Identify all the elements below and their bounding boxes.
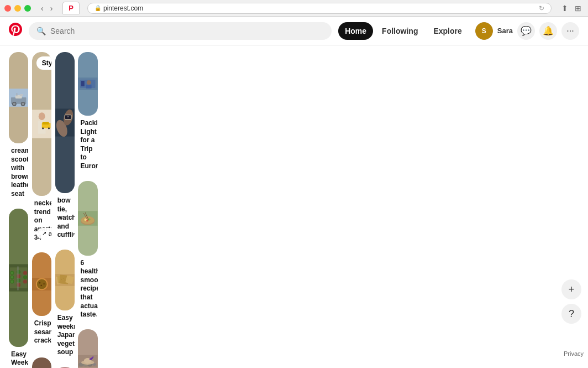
nav-explore[interactable]: Explore xyxy=(427,22,468,40)
tab-favicon: P xyxy=(69,4,74,12)
svg-point-15 xyxy=(11,276,14,278)
pin-japanese-soup[interactable]: 6 healthy smoothie recipes that actually… xyxy=(78,181,97,320)
pin-veggie-label: Easy Weeknight Pizza Recipes (and they'r… xyxy=(9,347,28,368)
svg-rect-76 xyxy=(81,81,85,86)
svg-point-62 xyxy=(63,278,64,279)
lock-icon: 🔒 xyxy=(95,5,101,11)
svg-point-53 xyxy=(66,116,69,118)
source-badge: ↗ apartment34.com xyxy=(36,228,51,239)
column-1: cream scooter with brown leather seat xyxy=(9,52,28,368)
svg-rect-75 xyxy=(86,85,92,89)
svg-point-63 xyxy=(65,280,65,281)
browser-chrome: ‹ › P 🔒 pinterest.com ↻ ⬆ ⊞ xyxy=(0,0,588,17)
pin-crackers[interactable]: Easy weeknight Japanese vegetable soup xyxy=(55,250,75,358)
svg-rect-25 xyxy=(18,266,19,290)
search-input[interactable] xyxy=(50,27,324,35)
svg-point-35 xyxy=(42,127,44,129)
svg-point-24 xyxy=(23,279,27,283)
pin-crackers-label: Easy weeknight Japanese vegetable soup xyxy=(55,310,75,358)
svg-point-43 xyxy=(37,279,47,289)
forward-button[interactable]: › xyxy=(48,3,55,14)
pinterest-header: 🔍 Home Following Explore S Sara 💬 🔔 ··· xyxy=(0,17,588,45)
expand-button[interactable]: ⊞ xyxy=(573,3,584,14)
main-content: cream scooter with brown leather seat xyxy=(0,45,588,368)
svg-point-13 xyxy=(11,271,14,274)
nav-arrows: ‹ › xyxy=(39,3,55,14)
pin-neckerchief[interactable]: Style ▾ Save ↗ apartment34.com neckerchi… xyxy=(32,52,51,243)
svg-point-74 xyxy=(87,80,91,85)
pin-overlay: Style ▾ Save xyxy=(32,56,51,70)
svg-point-61 xyxy=(61,279,62,280)
column-4: Packing Light for a Trip to Europe xyxy=(78,52,97,368)
user-name: Sara xyxy=(497,27,513,35)
svg-point-19 xyxy=(17,274,20,278)
avatar[interactable]: S xyxy=(475,22,493,40)
svg-point-31 xyxy=(39,112,45,120)
pin-pizza[interactable]: Crispy sesame crackers xyxy=(32,252,51,349)
svg-point-36 xyxy=(48,127,50,129)
svg-point-20 xyxy=(17,278,20,282)
svg-point-17 xyxy=(11,280,14,283)
pin-pizza-sub xyxy=(32,346,51,349)
svg-rect-9 xyxy=(9,89,28,106)
address-bar[interactable]: 🔒 pinterest.com ↻ xyxy=(87,3,552,14)
pin-scooter-label: cream scooter with brown leather seat xyxy=(9,143,28,200)
nav-links: Home Following Explore xyxy=(338,22,469,40)
right-buttons: + ? xyxy=(561,279,581,324)
pin-packing[interactable]: Packing Light for a Trip to Europe xyxy=(78,52,97,172)
nav-following[interactable]: Following xyxy=(375,22,424,40)
style-dropdown[interactable]: Style ▾ xyxy=(36,56,51,70)
pin-watch-label: bow tie, watch, and cufflinks xyxy=(55,193,75,241)
pin-scooter[interactable]: cream scooter with brown leather seat xyxy=(9,52,28,200)
back-button[interactable]: ‹ xyxy=(39,3,46,14)
svg-rect-34 xyxy=(43,122,49,125)
header-icons: S Sara 💬 🔔 ··· xyxy=(475,22,579,40)
more-button[interactable]: ··· xyxy=(561,22,579,40)
pin-pizza-label: Crispy sesame crackers xyxy=(32,316,51,346)
plus-button[interactable]: + xyxy=(561,279,581,299)
pin-veggie[interactable]: Easy Weeknight Pizza Recipes (and they'r… xyxy=(9,209,28,368)
maximize-button[interactable] xyxy=(24,5,31,12)
pin-watch[interactable]: bow tie, watch, and cufflinks xyxy=(55,52,75,241)
svg-point-22 xyxy=(23,271,27,274)
share-button[interactable]: ⬆ xyxy=(559,3,570,14)
pin-soup-label: 6 healthy smoothie recipes that actually… xyxy=(78,256,97,320)
column-3: bow tie, watch, and cufflinks xyxy=(55,52,75,368)
browser-tab[interactable]: P xyxy=(62,2,80,14)
messages-button[interactable]: 💬 xyxy=(517,22,535,40)
pin-packing-label: Packing Light for a Trip to Europe xyxy=(78,116,97,172)
help-button[interactable]: ? xyxy=(561,304,581,324)
pin-coffee[interactable]: COFFEE xyxy=(32,357,51,368)
notifications-button[interactable]: 🔔 xyxy=(539,22,557,40)
svg-point-23 xyxy=(23,275,27,279)
browser-actions: ⬆ ⊞ xyxy=(559,3,584,14)
search-bar[interactable]: 🔍 xyxy=(29,22,332,40)
privacy-link[interactable]: Privacy xyxy=(564,350,584,357)
nav-home[interactable]: Home xyxy=(338,22,373,40)
pin-hat[interactable]: love this hat and purple feather! xyxy=(78,329,97,368)
reload-icon[interactable]: ↻ xyxy=(539,4,544,12)
pinterest-logo[interactable] xyxy=(9,23,22,39)
minimize-button[interactable] xyxy=(14,5,21,12)
close-button[interactable] xyxy=(4,5,11,12)
tab-bar: P xyxy=(62,2,80,14)
svg-point-18 xyxy=(17,269,20,273)
masonry-grid: cream scooter with brown leather seat xyxy=(9,52,579,368)
url-text: pinterest.com xyxy=(103,4,143,12)
column-2: Style ▾ Save ↗ apartment34.com neckerchi… xyxy=(32,52,51,368)
search-icon: 🔍 xyxy=(36,27,46,35)
svg-point-21 xyxy=(17,283,20,287)
svg-point-64 xyxy=(67,279,67,279)
